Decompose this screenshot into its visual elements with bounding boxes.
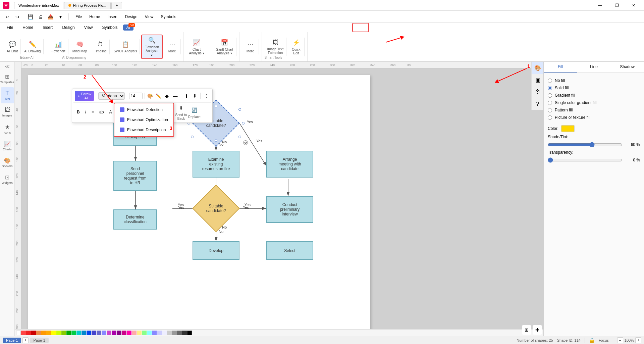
- color-light-cyan[interactable]: [147, 331, 152, 335]
- gradient-fill-radio[interactable]: [548, 93, 552, 98]
- align-top-btn[interactable]: ⬆: [183, 91, 190, 101]
- more-actions-button[interactable]: ▾: [56, 12, 65, 21]
- color-yellow-green[interactable]: [56, 331, 61, 335]
- determine-node[interactable]: Determineclassification: [113, 209, 157, 230]
- color-black[interactable]: [187, 331, 192, 335]
- color-orange1[interactable]: [36, 331, 41, 335]
- develop-node[interactable]: Develop: [193, 241, 239, 260]
- ribbon-more2[interactable]: ⋯ More: [242, 39, 259, 54]
- color-lavender[interactable]: [97, 331, 101, 335]
- color-red2[interactable]: [26, 331, 31, 335]
- color-green2[interactable]: [66, 331, 71, 335]
- format-line-btn[interactable]: —: [172, 91, 179, 101]
- ribbon-mindmap[interactable]: 🧠 Mind Map: [70, 39, 90, 54]
- color-light-blue[interactable]: [152, 331, 157, 335]
- color-violet[interactable]: [112, 331, 116, 335]
- format-pencil-btn[interactable]: ✏️: [155, 91, 162, 101]
- solid-fill-option[interactable]: Solid fill: [548, 84, 640, 92]
- single-gradient-option[interactable]: Single color gradient fill: [548, 99, 640, 106]
- tab-file[interactable]: Hiring Process Flo...: [64, 2, 111, 9]
- color-amber[interactable]: [46, 331, 51, 335]
- ribbon-timeline[interactable]: ⏱ Timeline: [92, 40, 110, 54]
- gradient-fill-option[interactable]: Gradient fill: [548, 92, 640, 99]
- menu-insert[interactable]: Home: [86, 13, 103, 20]
- ribbon-more[interactable]: ⋯ More: [164, 39, 181, 54]
- color-lavender-light[interactable]: [162, 331, 167, 335]
- arrange-node[interactable]: Arrangemeeting withcandidate: [266, 151, 313, 178]
- plus-button[interactable]: ✚: [533, 325, 542, 335]
- sidebar-text[interactable]: T Text: [1, 87, 14, 103]
- more-options-btn[interactable]: ⋮: [203, 91, 210, 101]
- sidebar-expand-button[interactable]: ≪: [4, 63, 11, 70]
- ribbon-flowchart[interactable]: 📊 Flowchart: [48, 39, 68, 54]
- menu-advanced[interactable]: Symbols: [158, 13, 180, 20]
- examine-node[interactable]: Examineexistingresumes on fire: [193, 151, 239, 178]
- color-gray3[interactable]: [177, 331, 182, 335]
- ribbon-ai-drawing[interactable]: ✏️ AI Drawing: [21, 39, 44, 54]
- color-white[interactable]: [16, 331, 21, 335]
- fill-tab[interactable]: Fill: [544, 62, 577, 72]
- sidebar-icons[interactable]: ★ Icons: [1, 121, 14, 137]
- page1-label[interactable]: Page-1: [30, 338, 48, 343]
- color-periwinkle[interactable]: [157, 331, 162, 335]
- color-red1[interactable]: [21, 331, 26, 335]
- sidebar-stickers[interactable]: 🎨 Stickers: [1, 154, 14, 170]
- pattern-fill-option[interactable]: Pattern fill: [548, 106, 640, 114]
- menu-view[interactable]: Design: [121, 13, 141, 20]
- font-size-input[interactable]: [129, 93, 143, 99]
- color-blue2[interactable]: [92, 331, 96, 335]
- font-select[interactable]: Verdana: [98, 92, 125, 100]
- undo-button[interactable]: ↩: [3, 12, 12, 21]
- fill-panel-btn[interactable]: 🎨: [532, 62, 544, 74]
- tab-design[interactable]: Insert: [39, 24, 57, 31]
- page1-tab[interactable]: Page-1: [3, 338, 21, 343]
- ribbon-image-text[interactable]: 🖼 Image TextExtraction: [265, 38, 287, 56]
- print-button[interactable]: 🖨: [36, 12, 45, 21]
- format-style-btn[interactable]: 🎨: [147, 91, 154, 101]
- align-button[interactable]: ≡: [90, 109, 96, 115]
- ribbon-flowchart-analysis[interactable]: 🔍 FlowchartAnalysis ▾: [141, 35, 162, 59]
- save-button[interactable]: 💾: [25, 12, 35, 21]
- dropdown-detection[interactable]: Flowchart Detection: [114, 105, 173, 115]
- tab-insert[interactable]: Home: [18, 24, 37, 31]
- ribbon-ai-chat[interactable]: 💬 AI Chat: [4, 39, 21, 54]
- tab-symbols[interactable]: View: [80, 24, 97, 31]
- dropdown-optimization[interactable]: Flowchart Optimization: [114, 115, 173, 125]
- color-green1[interactable]: [61, 331, 66, 335]
- sidebar-images[interactable]: 🖼 Images: [1, 104, 14, 120]
- color-peach[interactable]: [137, 331, 142, 335]
- tab-new[interactable]: +: [111, 2, 122, 9]
- tab-view[interactable]: Design: [58, 24, 78, 31]
- color-skyblue[interactable]: [82, 331, 86, 335]
- grid-button[interactable]: ⊞: [522, 325, 531, 335]
- menu-home[interactable]: File: [72, 13, 85, 20]
- send-node[interactable]: Sendpersonnelrequest fromto HR: [113, 161, 157, 191]
- picture-fill-option[interactable]: Picture or texture fill: [548, 114, 640, 121]
- format-diamond-btn[interactable]: ◆: [163, 91, 170, 101]
- tab-advanced[interactable]: Symbols: [98, 24, 122, 31]
- edraw-ai-button[interactable]: ✦ Edraw AI: [75, 91, 94, 101]
- italic-button[interactable]: I: [83, 109, 88, 115]
- solid-fill-radio[interactable]: [548, 86, 552, 90]
- send-back-button[interactable]: ⬇: [176, 103, 186, 113]
- select-node[interactable]: Select: [266, 241, 313, 260]
- color-blue1[interactable]: [87, 331, 91, 335]
- add-page-button[interactable]: +: [22, 337, 29, 343]
- ribbon-chart-analysis[interactable]: 📈 ChartAnalysis ▾: [186, 38, 207, 56]
- history-panel-btn[interactable]: ⏱: [532, 86, 544, 98]
- color-swatch[interactable]: [561, 125, 575, 132]
- bold-button[interactable]: B: [75, 109, 82, 115]
- color-emerald[interactable]: [71, 331, 76, 335]
- color-magenta[interactable]: [117, 331, 121, 335]
- color-cyan[interactable]: [76, 331, 81, 335]
- picture-fill-radio[interactable]: [548, 115, 552, 120]
- sidebar-widgets[interactable]: ⊡ Widgets: [1, 171, 14, 187]
- export-button[interactable]: 📤: [46, 12, 55, 21]
- sidebar-templates[interactable]: ⊞ Templates: [1, 70, 14, 87]
- shadow-tab[interactable]: Shadow: [610, 62, 644, 72]
- maximize-button[interactable]: ❐: [609, 0, 625, 11]
- transparency-slider[interactable]: [548, 157, 622, 163]
- align-bottom-btn[interactable]: ⬇: [192, 91, 199, 101]
- color-purple[interactable]: [107, 331, 111, 335]
- ribbon-quick-edit[interactable]: ⚡ QuickEdit: [288, 38, 305, 56]
